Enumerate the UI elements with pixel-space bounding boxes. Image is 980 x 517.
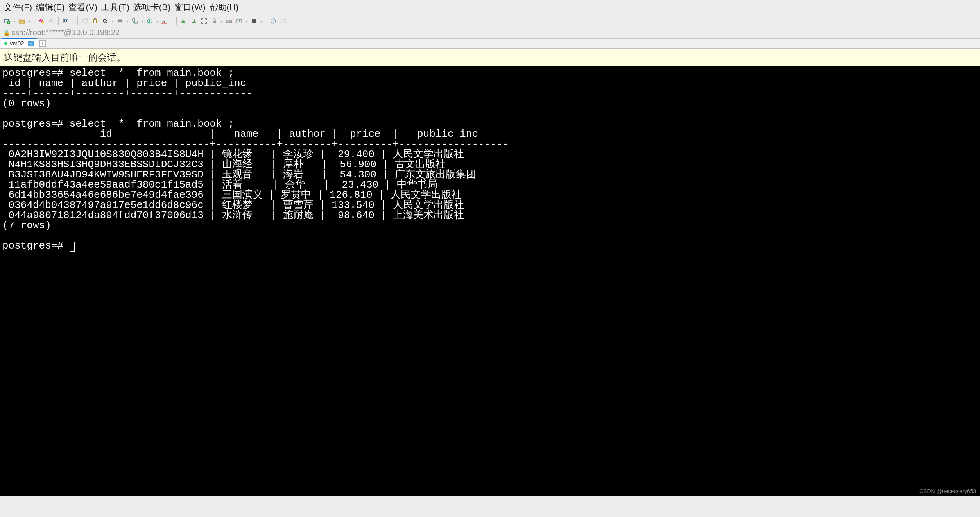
- menubar: 文件(F) 编辑(E) 查看(V) 工具(T) 选项卡(B) 窗口(W) 帮助(…: [0, 0, 980, 15]
- separator: [58, 17, 59, 25]
- keyboard-icon[interactable]: [224, 16, 234, 26]
- copy-icon[interactable]: [80, 16, 90, 26]
- tab-vm02[interactable]: vm02 ×: [1, 38, 38, 48]
- font-dropdown-icon[interactable]: ▾: [170, 16, 174, 26]
- svg-rect-24: [254, 19, 256, 21]
- toolbar: ▾ ▾ ▾ ▾ ▾ ▾ ▾ A ▾ ▾ ▾ ▾ ?: [0, 15, 980, 27]
- open-session-dropdown-icon[interactable]: ▾: [27, 16, 31, 26]
- svg-rect-25: [252, 21, 254, 23]
- address-text[interactable]: ssh://root:******@10.0.0.199:22: [11, 28, 120, 37]
- separator: [77, 17, 78, 25]
- svg-text:?: ?: [272, 19, 274, 23]
- svg-point-10: [103, 19, 106, 22]
- chat-icon[interactable]: [279, 16, 288, 26]
- lock-small-icon: 🔒: [3, 30, 10, 36]
- reconnect-icon[interactable]: [36, 16, 46, 26]
- open-session-icon[interactable]: [17, 16, 27, 26]
- menu-edit[interactable]: 编辑(E): [36, 2, 64, 13]
- svg-rect-12: [119, 19, 121, 20]
- script-icon[interactable]: [179, 16, 188, 26]
- tab-close-icon[interactable]: ×: [28, 41, 34, 46]
- new-session-icon[interactable]: [2, 16, 12, 26]
- options-icon[interactable]: [61, 16, 70, 26]
- tabstrip: vm02 × +: [0, 38, 980, 48]
- menu-tools[interactable]: 工具(T): [101, 2, 129, 13]
- add-tab-icon[interactable]: [235, 16, 244, 26]
- svg-rect-15: [135, 21, 137, 23]
- help-icon[interactable]: ?: [269, 16, 278, 26]
- layout-icon[interactable]: [249, 16, 259, 26]
- svg-rect-13: [119, 22, 121, 23]
- menu-view[interactable]: 查看(V): [68, 2, 97, 13]
- globe-icon[interactable]: [145, 16, 154, 26]
- menu-file[interactable]: 文件(F): [4, 2, 32, 13]
- print-icon[interactable]: [115, 16, 125, 26]
- menu-tabs[interactable]: 选项卡(B): [133, 2, 170, 13]
- tab-add-icon[interactable]: +: [39, 40, 46, 47]
- svg-rect-14: [133, 19, 135, 21]
- svg-rect-8: [94, 18, 96, 20]
- options-dropdown-icon[interactable]: ▾: [71, 16, 75, 26]
- svg-rect-21: [226, 20, 232, 23]
- lock-icon[interactable]: [210, 16, 219, 26]
- layout-dropdown-icon[interactable]: ▾: [260, 16, 263, 26]
- svg-rect-9: [94, 20, 96, 23]
- fullscreen-icon[interactable]: [199, 16, 209, 26]
- print-dropdown-icon[interactable]: ▾: [125, 16, 129, 26]
- transfer-icon[interactable]: [130, 16, 140, 26]
- menu-window[interactable]: 窗口(W): [174, 2, 205, 13]
- address-bar: 🔒 ssh://root:******@10.0.0.199:22: [0, 27, 980, 38]
- svg-point-2: [42, 21, 44, 24]
- separator: [266, 17, 266, 25]
- status-dot-icon: [4, 42, 7, 45]
- find-icon[interactable]: [100, 16, 110, 26]
- separator: [34, 17, 34, 25]
- svg-rect-23: [252, 19, 254, 21]
- terminal-cursor: [70, 242, 75, 252]
- info-bar: 送键盘输入目前唯一的会话。: [0, 48, 980, 66]
- separator: [176, 17, 177, 25]
- globe-dropdown-icon[interactable]: ▾: [155, 16, 159, 26]
- paste-icon[interactable]: [90, 16, 100, 26]
- tab-label: vm02: [10, 40, 24, 47]
- watermark: CSDN @necessary653: [919, 488, 976, 494]
- disconnect-icon[interactable]: [47, 16, 56, 26]
- svg-point-4: [64, 20, 67, 22]
- lock-dropdown-icon[interactable]: ▾: [220, 16, 224, 26]
- add-tab-dropdown-icon[interactable]: ▾: [245, 16, 249, 26]
- find-dropdown-icon[interactable]: ▾: [111, 16, 115, 26]
- new-session-dropdown-icon[interactable]: ▾: [13, 16, 16, 26]
- svg-rect-20: [213, 21, 216, 23]
- svg-rect-26: [254, 21, 256, 23]
- transfer-dropdown-icon[interactable]: ▾: [140, 16, 144, 26]
- record-icon[interactable]: [189, 16, 199, 26]
- terminal[interactable]: postgres=# select * from main.book ; id …: [0, 66, 980, 496]
- info-message: 送键盘输入目前唯一的会话。: [4, 52, 126, 63]
- menu-help[interactable]: 帮助(H): [210, 2, 239, 13]
- font-icon[interactable]: A: [160, 16, 169, 26]
